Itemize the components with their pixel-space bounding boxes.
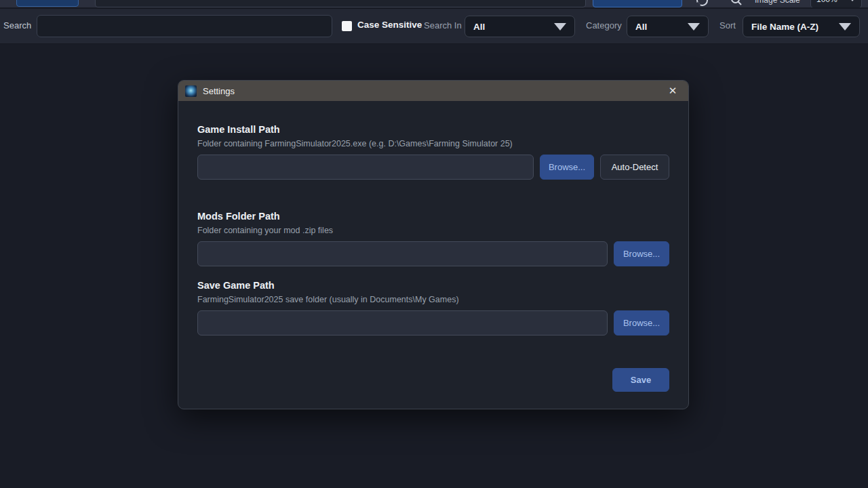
search-input[interactable] (37, 15, 332, 37)
save-game-path-description: FarmingSimulator2025 save folder (usuall… (197, 295, 669, 304)
settings-dialog: Settings ✕ Game Install Path Folder cont… (178, 80, 689, 409)
magnifier-icon[interactable] (730, 0, 743, 6)
chevron-down-icon (839, 23, 851, 30)
settings-dialog-body: Game Install Path Folder containing Farm… (178, 101, 688, 392)
top-toolbar: Select Folder Load Files Image Scale 100… (0, 0, 868, 9)
sort-value: File Name (A-Z) (751, 22, 818, 32)
save-game-path-heading: Save Game Path (197, 280, 669, 291)
close-icon[interactable]: ✕ (664, 82, 682, 100)
app-icon (185, 85, 197, 97)
save-button[interactable]: Save (612, 368, 669, 392)
category-select[interactable]: All (627, 16, 709, 37)
image-scale-label: Image Scale (755, 0, 800, 5)
refresh-icon[interactable] (696, 0, 708, 6)
search-in-value: All (473, 22, 485, 32)
chevron-down-icon (688, 23, 700, 30)
category-value: All (635, 22, 647, 32)
game-install-path-section: Game Install Path Folder containing Farm… (197, 124, 669, 180)
folder-path-input[interactable] (95, 0, 586, 7)
settings-dialog-titlebar[interactable]: Settings ✕ (178, 81, 688, 101)
search-in-label: Search In (424, 20, 462, 30)
mods-folder-path-heading: Mods Folder Path (197, 211, 669, 222)
mods-folder-path-section: Mods Folder Path Folder containing your … (197, 211, 669, 266)
category-label: Category (586, 20, 622, 30)
game-install-path-description: Folder containing FarmingSimulator2025.e… (197, 139, 669, 148)
image-scale-select[interactable]: 100% (810, 0, 862, 8)
filter-bar: Search Case Sensitive Search In All Cate… (0, 9, 868, 44)
save-game-path-input[interactable] (197, 310, 608, 336)
save-game-browse-button[interactable]: Browse... (614, 310, 669, 336)
chevron-down-icon (849, 0, 856, 1)
load-files-button[interactable]: Load Files (593, 0, 682, 7)
search-label: Search (3, 20, 31, 30)
save-game-path-section: Save Game Path FarmingSimulator2025 save… (197, 280, 669, 336)
mods-folder-browse-button[interactable]: Browse... (614, 241, 669, 266)
auto-detect-button[interactable]: Auto-Detect (600, 155, 669, 180)
case-sensitive-checkbox[interactable] (342, 21, 352, 31)
image-scale-value: 100% (816, 0, 837, 4)
mods-folder-path-description: Folder containing your mod .zip files (197, 226, 669, 235)
dialog-title: Settings (203, 86, 235, 96)
sort-select[interactable]: File Name (A-Z) (743, 16, 860, 37)
game-install-path-input[interactable] (197, 155, 534, 180)
game-install-path-heading: Game Install Path (197, 124, 669, 135)
chevron-down-icon (554, 23, 566, 30)
search-in-select[interactable]: All (465, 16, 575, 37)
case-sensitive-label: Case Sensitive (357, 20, 422, 30)
select-folder-button[interactable]: Select Folder (16, 0, 79, 7)
game-install-browse-button[interactable]: Browse... (540, 155, 594, 180)
mods-folder-path-input[interactable] (197, 241, 608, 266)
sort-label: Sort (719, 20, 736, 30)
